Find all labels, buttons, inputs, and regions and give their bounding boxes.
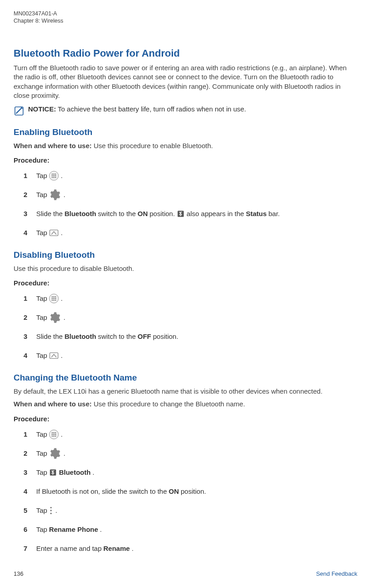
step-text: Tap . [36, 171, 62, 181]
step: 1 Tap . [24, 428, 357, 441]
notice-icon [14, 106, 24, 116]
wwtu-label: When and where to use: [14, 142, 92, 149]
wwtu-label: When and where to use: [14, 400, 92, 408]
step: 4 Tap . [24, 227, 357, 239]
step: 4 Tap . [24, 349, 357, 362]
step: 3 Tap Bluetooth. [24, 466, 357, 479]
apps-icon [49, 429, 59, 439]
step-text: Tap Rename Phone. [36, 525, 102, 534]
send-feedback-link[interactable]: Send Feedback [316, 570, 357, 578]
bluetooth-icon [49, 468, 57, 477]
step: 7 Enter a name and tap Rename. [24, 542, 357, 555]
changing-steps: 1 Tap . 2 Tap . 3 Tap Bluetooth. 4 If Bl… [14, 428, 357, 555]
step-text: Enter a name and tap Rename. [36, 544, 134, 553]
step-text: Tap Bluetooth. [36, 468, 94, 477]
step-text: Tap . [36, 311, 65, 324]
section3-intro: Use this procedure to disable Bluetooth. [14, 264, 357, 273]
step-num: 3 [24, 468, 30, 477]
step-num: 7 [24, 544, 30, 553]
step-num: 3 [24, 332, 30, 341]
step-text: Tap . [36, 294, 62, 304]
step-text: If Bluetooth is not on, slide the switch… [36, 487, 206, 496]
step-num: 3 [24, 209, 30, 218]
home-icon [49, 351, 59, 361]
wwtu-text: Use this procedure to enable Bluetooth. [92, 142, 213, 149]
step-num: 4 [24, 351, 30, 360]
step: 3 Slide the Bluetooth switch to the ON p… [24, 207, 357, 220]
step-num: 5 [24, 506, 30, 515]
step-text: Tap . [36, 228, 62, 238]
home-icon [49, 228, 59, 238]
step-num: 2 [24, 449, 30, 458]
section4-wwtu: When and where to use: Use this procedur… [14, 400, 357, 409]
procedure-label: Procedure: [14, 279, 357, 288]
disabling-steps: 1 Tap . 2 Tap . 3 Slide the Bluetooth sw… [14, 292, 357, 362]
notice-text: To achieve the best battery life, turn o… [56, 105, 246, 113]
step: 2 Tap . [24, 188, 357, 201]
section2-wwtu: When and where to use: Use this procedur… [14, 141, 357, 150]
chapter-line: Chapter 8: Wireless [14, 17, 357, 24]
step-num: 1 [24, 171, 30, 180]
section1-intro: Turn off the Bluetooth radio to save pow… [14, 63, 357, 100]
wwtu-text: Use this procedure to change the Bluetoo… [92, 400, 245, 408]
step: 5 Tap . [24, 504, 357, 517]
step-text: Tap . [36, 447, 65, 460]
page-header: MN002347A01-A Chapter 8: Wireless [14, 10, 357, 25]
settings-icon [49, 188, 62, 201]
step: 1 Tap . [24, 292, 357, 305]
step-text: Slide the Bluetooth switch to the OFF po… [36, 332, 178, 341]
step-num: 1 [24, 294, 30, 303]
enabling-steps: 1 Tap . 2 Tap . 3 Slide the Bluetooth sw… [14, 169, 357, 239]
step-text: Tap . [36, 429, 62, 439]
step: 2 Tap . [24, 447, 357, 460]
settings-icon [49, 311, 62, 324]
notice-text-wrap: NOTICE: To achieve the best battery life… [28, 105, 246, 114]
step-text: Tap . [36, 188, 65, 201]
apps-icon [49, 171, 59, 181]
notice-label: NOTICE: [28, 105, 56, 113]
section4-intro: By default, the LEX L10i has a generic B… [14, 387, 357, 396]
step: 4 If Bluetooth is not on, slide the swit… [24, 485, 357, 498]
step-num: 2 [24, 313, 30, 322]
step-num: 4 [24, 228, 30, 237]
page-footer: 136 Send Feedback [14, 570, 357, 578]
apps-icon [49, 294, 59, 304]
step-num: 6 [24, 525, 30, 534]
section-title-bt-power: Bluetooth Radio Power for Android [14, 47, 357, 60]
bluetooth-icon [177, 210, 185, 218]
step-text: Tap . [36, 506, 57, 516]
procedure-label: Procedure: [14, 156, 357, 165]
section-title-enabling: Enabling Bluetooth [14, 126, 357, 138]
step-text: Slide the Bluetooth switch to the ON pos… [36, 209, 280, 218]
notice-row: NOTICE: To achieve the best battery life… [14, 105, 357, 116]
step-num: 4 [24, 487, 30, 496]
step: 2 Tap . [24, 311, 357, 324]
step: 3 Slide the Bluetooth switch to the OFF … [24, 330, 357, 343]
step: 1 Tap . [24, 169, 357, 182]
section-title-changing: Changing the Bluetooth Name [14, 372, 357, 384]
step-num: 2 [24, 190, 30, 199]
page-number: 136 [14, 570, 24, 578]
step: 6 Tap Rename Phone. [24, 523, 357, 536]
overflow-icon [49, 506, 53, 516]
step-text: Tap . [36, 351, 62, 361]
section-title-disabling: Disabling Bluetooth [14, 249, 357, 261]
step-num: 1 [24, 430, 30, 439]
settings-icon [49, 447, 62, 460]
doc-id: MN002347A01-A [14, 10, 357, 17]
procedure-label: Procedure: [14, 414, 357, 424]
